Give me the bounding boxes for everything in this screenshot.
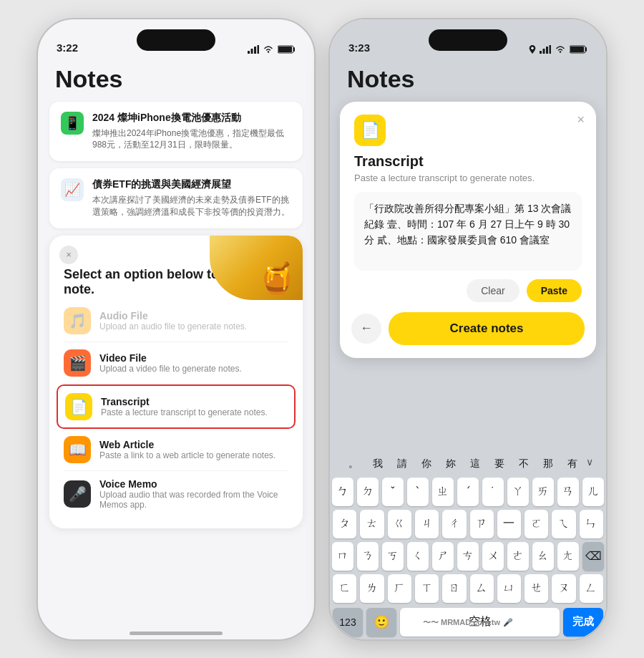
key-yu[interactable]: ㄩ [497, 574, 521, 603]
key-dei[interactable]: ㄉ [357, 478, 379, 506]
battery-icon-2 [570, 45, 587, 54]
key-mo[interactable]: ㄇ [332, 542, 353, 571]
note-title-1: 2024 燦坤iPhone換電池優惠活動 [92, 112, 291, 125]
svg-point-6 [531, 47, 533, 49]
transcript-paste-button[interactable]: Paste [527, 279, 582, 302]
key-rising[interactable]: ˊ [457, 478, 479, 506]
key-falling[interactable]: ˋ [407, 478, 429, 506]
transcript-modal-subtitle: Paste a lecture transcript to generate n… [354, 173, 582, 183]
suggestion-1[interactable]: 我 [367, 456, 389, 472]
video-option-desc: Upload a video file to generate notes. [99, 364, 242, 374]
transcript-modal: 📄 × Transcript Paste a lecture transcrip… [340, 102, 596, 358]
key-yi[interactable]: 一 [497, 510, 521, 538]
key-o[interactable]: ㄛ [525, 510, 548, 538]
key-an[interactable]: ㄢ [557, 478, 579, 506]
suggestion-9[interactable]: 有 [562, 456, 583, 472]
key-ji[interactable]: ㄐ [415, 510, 439, 538]
svg-rect-5 [278, 47, 292, 52]
key-zhi[interactable]: ㄓ [432, 478, 454, 506]
svg-rect-0 [248, 51, 250, 54]
key-ch[interactable]: ㄔ [442, 510, 466, 538]
key-a[interactable]: ㄚ [507, 478, 529, 506]
watermark: 〜〜 MRMAD.com.tw 🎤 [330, 617, 606, 628]
transcript-text-area[interactable]: 「行政院改善所得分配專案小組」第 13 次會議紀錄 壹、時間：107 年 6 月… [354, 192, 582, 271]
key-he[interactable]: ㄏ [388, 574, 411, 603]
watermark-mic: 🎤 [503, 618, 513, 627]
key-ei[interactable]: ㄟ [552, 510, 575, 538]
key-delete[interactable]: ⌫ [582, 542, 604, 571]
transcript-bottom-row: ← Create notes [340, 312, 596, 358]
notes-title-1: Notes [55, 65, 297, 93]
option-video-file[interactable]: 🎬 Video File Upload a video file to gene… [64, 342, 288, 384]
svg-rect-2 [254, 47, 256, 54]
suggestion-0[interactable]: 。 [343, 456, 364, 472]
suggestion-7[interactable]: 不 [513, 456, 535, 472]
option-panel-close-btn[interactable]: × [59, 246, 78, 264]
key-fo[interactable]: ㄈ [333, 574, 356, 603]
key-wu[interactable]: ㄨ [482, 542, 504, 571]
key-sh[interactable]: ㄕ [432, 542, 454, 571]
note-icon-2: 📈 [61, 178, 84, 201]
option-web-article[interactable]: 📖 Web Article Paste a link to a web arti… [64, 429, 288, 471]
honey-decoration [210, 236, 303, 300]
key-ang[interactable]: ㄤ [557, 542, 579, 571]
key-te[interactable]: ㄊ [360, 510, 384, 538]
key-e[interactable]: ㄜ [507, 542, 529, 571]
note-body-1: 燦坤推出2024年iPhone換電池優惠，指定機型最低988元，活動至12月31… [92, 127, 291, 152]
keyboard-row-4: ㄈ ㄌ ㄏ ㄒ ㄖ ㄙ ㄩ ㄝ ㄡ ㄥ [333, 574, 603, 603]
suggestion-5[interactable]: 這 [464, 456, 486, 472]
key-z[interactable]: ㄗ [470, 510, 494, 538]
status-icons-2 [529, 45, 587, 54]
suggestions-chevron[interactable]: ∨ [586, 456, 593, 472]
key-le[interactable]: ㄌ [360, 574, 384, 603]
notes-title-2: Notes [347, 65, 589, 93]
suggestion-3[interactable]: 你 [416, 456, 437, 472]
key-eng[interactable]: ㄥ [580, 574, 603, 603]
key-neutral[interactable]: ˙ [482, 478, 504, 506]
key-r[interactable]: ㄖ [442, 574, 466, 603]
audio-icon: 🎵 [64, 307, 91, 334]
key-ne[interactable]: ㄋ [357, 542, 379, 571]
notes-header-2: Notes [330, 59, 606, 93]
transcript-close-button[interactable]: × [577, 113, 585, 126]
key-ao[interactable]: ㄠ [532, 542, 554, 571]
transcript-modal-header: 📄 × Transcript Paste a lecture transcrip… [340, 102, 596, 192]
option-voice-memo[interactable]: 🎤 Voice Memo Upload audio that was recor… [64, 471, 288, 517]
web-article-option-name: Web Article [99, 439, 275, 450]
key-er[interactable]: ㄦ [582, 478, 604, 506]
keyboard-row-1: ㄅ ㄉ ˇ ˋ ㄓ ˊ ˙ ㄚ ㄞ ㄢ ㄦ [333, 478, 603, 506]
note-card-2[interactable]: 📈 債券ETF的挑選與美國經濟展望 本次講座探討了美國經濟的未來走勢及債券ETF… [49, 168, 303, 228]
status-icons-1 [248, 45, 296, 54]
voice-memo-icon: 🎤 [64, 480, 91, 508]
key-ke[interactable]: ㄎ [382, 542, 404, 571]
transcript-create-button[interactable]: Create notes [389, 312, 585, 345]
key-qi[interactable]: ㄑ [407, 542, 429, 571]
key-en[interactable]: ㄣ [580, 510, 603, 538]
key-s[interactable]: ㄙ [470, 574, 494, 603]
watermark-logo: 〜〜 MRMAD.com.tw [423, 617, 500, 628]
suggestion-6[interactable]: 要 [489, 456, 510, 472]
key-ie[interactable]: ㄝ [525, 574, 548, 603]
option-panel: × Select an option below to add a note. … [49, 236, 303, 528]
key-po[interactable]: ㄆ [333, 510, 356, 538]
transcript-icon: 📄 [65, 393, 92, 420]
note-card-1[interactable]: 📱 2024 燦坤iPhone換電池優惠活動 燦坤推出2024年iPhone換電… [49, 102, 303, 162]
option-transcript[interactable]: 📄 Transcript Paste a lecture transcript … [57, 384, 296, 429]
svg-rect-8 [543, 49, 545, 54]
transcript-option-name: Transcript [101, 396, 268, 407]
transcript-back-button[interactable]: ← [351, 314, 381, 344]
key-bo[interactable]: ㄅ [332, 478, 353, 506]
key-xi[interactable]: ㄒ [415, 574, 439, 603]
suggestion-8[interactable]: 那 [537, 456, 559, 472]
suggestion-2[interactable]: 請 [391, 456, 413, 472]
option-audio-file[interactable]: 🎵 Audio File Upload an audio file to gen… [64, 300, 288, 342]
key-ai[interactable]: ㄞ [532, 478, 554, 506]
transcript-clear-button[interactable]: Clear [467, 279, 519, 302]
key-ou[interactable]: ㄡ [552, 574, 575, 603]
key-c[interactable]: ㄘ [457, 542, 479, 571]
signal-icon-2 [540, 45, 551, 54]
key-ge[interactable]: ㄍ [388, 510, 411, 538]
keyboard-suggestions-row: 。 我 請 你 妳 這 要 不 那 有 ∨ [330, 452, 606, 475]
key-v[interactable]: ˇ [382, 478, 404, 506]
suggestion-4[interactable]: 妳 [440, 456, 462, 472]
